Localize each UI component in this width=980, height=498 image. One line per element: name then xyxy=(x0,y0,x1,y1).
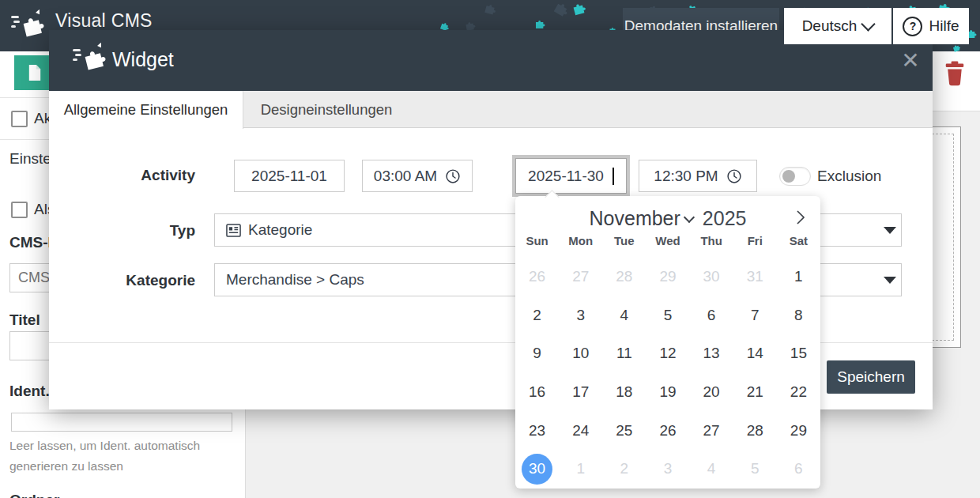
date-from-value: 2025-11-01 xyxy=(251,168,327,185)
widget-puzzle-icon xyxy=(73,41,107,76)
trash-icon xyxy=(943,59,967,88)
calendar-day[interactable]: 5 xyxy=(652,300,683,330)
calendar-day[interactable]: 29 xyxy=(652,262,683,292)
time-to-input[interactable]: 12:30 PM xyxy=(639,160,757,192)
calendar-day[interactable]: 17 xyxy=(565,377,596,408)
time-from-input[interactable]: 03:00 AM xyxy=(362,160,473,192)
calendar-day[interactable]: 19 xyxy=(652,377,683,408)
calendar-day[interactable]: 27 xyxy=(696,415,727,446)
calendar-day[interactable]: 26 xyxy=(652,415,683,446)
tab-allgemeine-einstellungen[interactable]: Allgemeine Einstellungen xyxy=(49,91,243,129)
text-cursor xyxy=(612,168,614,185)
date-to-value: 2025-11-30 xyxy=(528,168,604,185)
calendar-day[interactable]: 26 xyxy=(522,262,552,292)
calendar-day[interactable]: 11 xyxy=(609,338,639,369)
language-select-button[interactable]: Deutsch xyxy=(784,8,891,44)
calendar-day[interactable]: 3 xyxy=(565,300,596,330)
category-label: Kategorie xyxy=(49,272,195,289)
calendar-day[interactable]: 1 xyxy=(783,262,814,292)
template-checkbox[interactable] xyxy=(11,202,28,218)
calendar-day-selected[interactable]: 30 xyxy=(522,454,552,485)
exclusion-label: Exclusion xyxy=(817,168,881,185)
weekday-label: Tue xyxy=(602,234,646,247)
delete-button[interactable] xyxy=(939,55,971,92)
calendar-day[interactable]: 16 xyxy=(522,377,552,408)
language-label: Deutsch xyxy=(802,17,858,35)
calendar-day[interactable]: 28 xyxy=(609,262,639,292)
weekday-label: Fri xyxy=(733,234,777,247)
calendar-day[interactable]: 2 xyxy=(522,300,552,330)
close-icon[interactable]: ✕ xyxy=(895,44,926,76)
calendar-day[interactable]: 1 xyxy=(565,454,596,485)
calendar-day[interactable]: 4 xyxy=(609,300,639,330)
date-to-input[interactable]: 2025-11-30 xyxy=(515,158,627,194)
calendar-day[interactable]: 31 xyxy=(740,262,771,292)
file-icon xyxy=(28,64,42,81)
time-to-value: 12:30 PM xyxy=(654,168,718,185)
category-select-value: Merchandise > Caps xyxy=(226,271,364,289)
brand-puzzle-logo-icon xyxy=(11,8,46,41)
weekday-label: Sun xyxy=(515,234,559,247)
calendar-day[interactable]: 12 xyxy=(652,338,683,369)
puzzle-piece-decoration xyxy=(481,0,499,21)
weekday-label: Mon xyxy=(559,234,602,247)
calendar-day[interactable]: 6 xyxy=(783,454,814,485)
ident-hint-line1: Leer lassen, um Ident. automatisch xyxy=(9,436,200,456)
exclusion-toggle[interactable] xyxy=(779,167,811,186)
year-input[interactable]: 2025 xyxy=(703,207,747,230)
help-label: Hilfe xyxy=(929,17,959,35)
date-from-input[interactable]: 2025-11-01 xyxy=(234,160,345,192)
calendar-day[interactable]: 22 xyxy=(783,377,814,408)
folder-label: Ordner xyxy=(9,492,59,498)
calendar-day[interactable]: 7 xyxy=(740,300,771,330)
type-label: Typ xyxy=(49,222,195,240)
ident-hint-line2: generieren zu lassen xyxy=(9,456,123,477)
calendar-day[interactable]: 18 xyxy=(609,377,639,408)
tab-designeinstellungen[interactable]: Designeinstellungen xyxy=(243,91,410,129)
calendar-day[interactable]: 4 xyxy=(696,454,727,485)
calendar-day[interactable]: 8 xyxy=(783,300,814,330)
select-caret-icon xyxy=(884,227,896,234)
calendar-day[interactable]: 5 xyxy=(740,454,771,485)
title-label: Titel xyxy=(9,311,40,329)
calendar-day[interactable]: 28 xyxy=(740,415,771,446)
calendar-header: November 2025 xyxy=(515,204,820,232)
calendar-day[interactable]: 6 xyxy=(696,300,727,330)
list-alt-icon xyxy=(226,223,241,238)
weekday-label: Thu xyxy=(690,234,733,247)
chevron-down-icon xyxy=(861,17,876,31)
calendar-day[interactable]: 14 xyxy=(740,338,771,369)
calendar-day[interactable]: 21 xyxy=(740,377,771,408)
calendar-day[interactable]: 3 xyxy=(652,454,683,485)
calendar-day[interactable]: 29 xyxy=(783,415,814,446)
calendar-day[interactable]: 15 xyxy=(783,338,814,369)
calendar-day[interactable]: 2 xyxy=(609,454,639,485)
calendar-day[interactable]: 23 xyxy=(522,415,552,446)
active-checkbox[interactable] xyxy=(11,111,28,127)
toggle-knob xyxy=(782,170,795,183)
calendar-day[interactable]: 25 xyxy=(609,415,639,446)
calendar-day[interactable]: 24 xyxy=(565,415,596,446)
time-from-value: 03:00 AM xyxy=(374,168,437,185)
weekday-label: Sat xyxy=(777,234,820,247)
calendar-day[interactable]: 20 xyxy=(696,377,727,408)
month-label: November xyxy=(590,207,680,230)
save-button[interactable]: Speichern xyxy=(827,360,915,394)
weekday-label: Wed xyxy=(646,234,689,247)
select-caret-icon xyxy=(884,277,896,284)
calendar-day[interactable]: 30 xyxy=(696,262,727,292)
next-month-button[interactable] xyxy=(790,206,811,229)
chevron-right-icon xyxy=(795,208,806,227)
chevron-down-icon xyxy=(684,212,695,223)
tab-strip: Allgemeine Einstellungen Designeinstellu… xyxy=(49,91,933,128)
help-button[interactable]: ? Hilfe xyxy=(893,8,969,44)
activity-label: Activity xyxy=(49,167,195,184)
calendar-day[interactable]: 9 xyxy=(522,338,552,369)
calendar-day[interactable]: 13 xyxy=(696,338,727,369)
ident-input[interactable] xyxy=(11,413,232,432)
calendar-day[interactable]: 27 xyxy=(565,262,596,292)
brand-title[interactable]: Visual CMS xyxy=(55,10,153,32)
month-dropdown[interactable]: November xyxy=(590,207,693,230)
calendar-grid: 2627282930311234567891011121314151617181… xyxy=(515,258,820,489)
calendar-day[interactable]: 10 xyxy=(565,338,596,369)
